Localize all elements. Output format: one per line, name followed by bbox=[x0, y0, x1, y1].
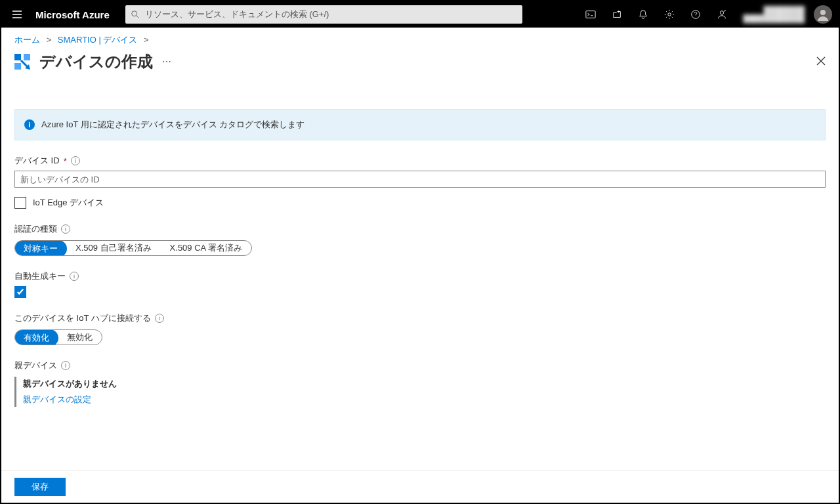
breadcrumb: ホーム > SMARTIO | デバイス > bbox=[1, 28, 839, 49]
close-button[interactable] bbox=[816, 56, 826, 68]
avatar[interactable] bbox=[814, 5, 832, 24]
parent-device-label: 親デバイス bbox=[14, 360, 57, 371]
svg-point-0 bbox=[132, 11, 137, 16]
auto-key-label: 自動生成キー bbox=[14, 270, 66, 282]
search-icon bbox=[131, 10, 140, 19]
connect-disable-pill[interactable]: 無効化 bbox=[58, 330, 102, 345]
info-hint-icon[interactable]: i bbox=[61, 361, 70, 370]
auto-key-checkbox[interactable] bbox=[14, 286, 26, 298]
device-id-input[interactable] bbox=[14, 171, 826, 188]
iot-edge-label: IoT Edge デバイス bbox=[33, 197, 104, 209]
page-header: デバイスの作成 ⋯ bbox=[1, 49, 839, 77]
top-bar: Microsoft Azure リソース、サービス、ドキュメントの検索 (G+/… bbox=[1, 1, 839, 28]
banner-text: Azure IoT 用に認定されたデバイスをデバイス カタログで検索します bbox=[41, 119, 304, 131]
info-hint-icon[interactable]: i bbox=[70, 272, 79, 281]
directories-icon[interactable] bbox=[604, 1, 630, 28]
device-icon bbox=[12, 51, 33, 72]
notifications-icon[interactable] bbox=[630, 1, 656, 28]
search-box[interactable]: リソース、サービス、ドキュメントの検索 (G+/) bbox=[125, 5, 522, 24]
svg-point-2 bbox=[668, 13, 671, 16]
cloud-shell-icon[interactable] bbox=[578, 1, 604, 28]
svg-rect-8 bbox=[14, 63, 21, 70]
footer: 保存 bbox=[1, 470, 839, 503]
device-id-label: デバイス ID bbox=[14, 155, 60, 167]
svg-rect-6 bbox=[14, 54, 21, 60]
connect-label: このデバイスを IoT ハブに接続する bbox=[14, 312, 151, 324]
parent-none-text: 親デバイスがありません bbox=[23, 378, 826, 390]
content: ホーム > SMARTIO | デバイス > デバイスの作成 ⋯ i Azure… bbox=[1, 28, 839, 503]
auth-x509ca-pill[interactable]: X.509 CA 署名済み bbox=[161, 241, 252, 255]
iot-edge-checkbox[interactable] bbox=[14, 197, 26, 209]
help-icon[interactable] bbox=[682, 1, 709, 28]
account-info[interactable]: ████████ ████████████ bbox=[735, 3, 810, 26]
connect-group: 有効化 無効化 bbox=[14, 329, 102, 345]
connect-enable-pill[interactable]: 有効化 bbox=[14, 329, 58, 345]
svg-rect-1 bbox=[586, 11, 595, 18]
svg-point-4 bbox=[721, 11, 724, 14]
breadcrumb-home[interactable]: ホーム bbox=[14, 35, 40, 45]
brand[interactable]: Microsoft Azure bbox=[33, 9, 117, 20]
info-banner[interactable]: i Azure IoT 用に認定されたデバイスをデバイス カタログで検索します bbox=[14, 109, 826, 140]
settings-icon[interactable] bbox=[656, 1, 682, 28]
auth-type-group: 対称キー X.509 自己署名済み X.509 CA 署名済み bbox=[14, 240, 252, 256]
topbar-right: ████████ ████████████ bbox=[578, 1, 839, 28]
more-actions[interactable]: ⋯ bbox=[162, 56, 173, 67]
info-hint-icon[interactable]: i bbox=[61, 224, 70, 234]
svg-point-5 bbox=[820, 10, 826, 15]
auth-type-label: 認証の種類 bbox=[14, 223, 57, 235]
parent-settings-link[interactable]: 親デバイスの設定 bbox=[23, 394, 91, 406]
info-hint-icon[interactable]: i bbox=[71, 156, 80, 165]
breadcrumb-resource[interactable]: SMARTIO | デバイス bbox=[58, 35, 138, 45]
search-placeholder: リソース、サービス、ドキュメントの検索 (G+/) bbox=[145, 9, 329, 20]
svg-rect-7 bbox=[24, 54, 30, 60]
info-icon: i bbox=[24, 119, 35, 130]
auth-symmetric-pill[interactable]: 対称キー bbox=[14, 240, 67, 256]
page-title: デバイスの作成 bbox=[39, 51, 153, 72]
info-hint-icon[interactable]: i bbox=[155, 314, 164, 323]
save-button[interactable]: 保存 bbox=[14, 478, 66, 496]
auth-x509self-pill[interactable]: X.509 自己署名済み bbox=[66, 241, 161, 255]
feedback-icon[interactable] bbox=[709, 1, 735, 28]
hamburger-menu[interactable] bbox=[1, 1, 33, 28]
